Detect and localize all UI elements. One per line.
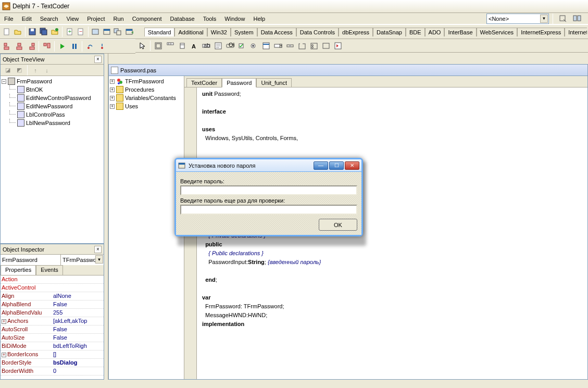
palette-tab-win32[interactable]: Win32 bbox=[207, 28, 231, 36]
align-top-icon[interactable] bbox=[41, 41, 53, 53]
menu-tools[interactable]: Tools bbox=[199, 14, 221, 23]
inspector-prop-row[interactable]: AlignalNone bbox=[1, 292, 104, 301]
tree-item[interactable]: EditNewControlPassword bbox=[2, 94, 103, 102]
dialog-titlebar[interactable]: Установка нового пароля — ☐ ✕ bbox=[176, 159, 361, 172]
tree-item[interactable]: LblControlPass bbox=[2, 110, 103, 119]
radiobutton-icon[interactable] bbox=[248, 40, 260, 52]
actionlist-icon[interactable] bbox=[332, 40, 344, 52]
align-center-icon[interactable] bbox=[13, 41, 25, 53]
menu-search[interactable]: Search bbox=[36, 14, 62, 23]
step-over-icon[interactable] bbox=[84, 41, 96, 53]
tool-icon-2[interactable] bbox=[571, 12, 583, 24]
inspector-object-combo[interactable]: FrmPassword bbox=[1, 255, 61, 265]
palette-tab-webservices[interactable]: WebServices bbox=[477, 28, 518, 36]
inspector-prop-row[interactable]: ActiveControl bbox=[1, 284, 104, 292]
tree-tool-1[interactable]: ◪ bbox=[3, 65, 13, 76]
listbox-icon[interactable] bbox=[260, 40, 272, 52]
minimize-button[interactable]: — bbox=[314, 161, 328, 170]
inspector-prop-row[interactable]: BorderWidth0 bbox=[1, 367, 104, 376]
palette-tab-datasnap[interactable]: DataSnap bbox=[373, 28, 406, 36]
tree-root[interactable]: − FrmPassword bbox=[2, 77, 103, 85]
inspector-grid[interactable]: ActionActiveControlAlignalNoneAlphaBlend… bbox=[1, 276, 104, 379]
inspector-prop-row[interactable]: AlphaBlendFalse bbox=[1, 301, 104, 309]
palette-tab-interbase[interactable]: InterBase bbox=[444, 28, 476, 36]
object-tree[interactable]: − FrmPassword BtnOK EditNewControlPasswo… bbox=[1, 76, 104, 243]
struct-node[interactable]: +Uses bbox=[110, 102, 183, 110]
palette-tab-ado[interactable]: ADO bbox=[425, 28, 445, 36]
open-icon[interactable] bbox=[12, 26, 23, 38]
inspector-prop-row[interactable]: +Anchors[akLeft,akTop bbox=[1, 317, 104, 326]
inspector-prop-row[interactable]: AlphaBlendValu255 bbox=[1, 309, 104, 317]
editor-titlebar[interactable]: Password.pas bbox=[109, 65, 587, 76]
memo-icon[interactable] bbox=[212, 40, 224, 52]
menu-project[interactable]: Project bbox=[83, 14, 109, 23]
expand-icon[interactable]: + bbox=[110, 87, 115, 92]
menu-view[interactable]: View bbox=[62, 14, 83, 23]
add-file-icon[interactable]: + bbox=[64, 26, 75, 38]
tree-up-icon[interactable]: ↑ bbox=[30, 65, 41, 76]
inspector-prop-row[interactable]: Action bbox=[1, 276, 104, 284]
expand-icon[interactable]: + bbox=[110, 96, 115, 101]
pause-icon[interactable] bbox=[68, 41, 80, 53]
view-form-icon[interactable] bbox=[101, 26, 112, 38]
menu-edit[interactable]: Edit bbox=[18, 14, 36, 23]
palette-tab-system[interactable]: System bbox=[231, 28, 257, 36]
expand-icon[interactable]: + bbox=[110, 104, 115, 109]
toggle-form-icon[interactable] bbox=[112, 26, 123, 38]
maximize-button[interactable]: ☐ bbox=[329, 161, 344, 170]
tree-tool-2[interactable]: ◩ bbox=[14, 65, 24, 76]
close-button[interactable]: ✕ bbox=[345, 161, 359, 170]
tool-icon-1[interactable] bbox=[557, 12, 569, 24]
menu-database[interactable]: Database bbox=[166, 14, 199, 23]
chevron-down-icon[interactable]: ▼ bbox=[95, 255, 103, 264]
inspector-type-combo[interactable]: TFrmPassword ▼ bbox=[61, 255, 104, 265]
inspector-prop-row[interactable]: AutoSizeFalse bbox=[1, 334, 104, 342]
combobox-icon[interactable] bbox=[272, 40, 284, 52]
menu-run[interactable]: Run bbox=[109, 14, 128, 23]
run-icon[interactable] bbox=[56, 41, 68, 53]
tree-down-icon[interactable]: ↓ bbox=[42, 65, 52, 76]
frames-icon[interactable] bbox=[152, 40, 164, 52]
label-icon[interactable]: A bbox=[188, 40, 200, 52]
menu-help[interactable]: Help bbox=[249, 14, 269, 23]
palette-tab-standard[interactable]: Standard bbox=[144, 28, 175, 36]
cursor-icon[interactable] bbox=[136, 40, 148, 52]
palette-tab-dataaccess[interactable]: Data Access bbox=[257, 28, 296, 36]
struct-node[interactable]: +Variables/Constants bbox=[110, 94, 183, 102]
menu-window[interactable]: Window bbox=[220, 14, 249, 23]
ok-button[interactable]: OK bbox=[319, 219, 357, 231]
struct-node[interactable]: +TFrmPassword bbox=[110, 77, 183, 85]
struct-node[interactable]: +Procedures bbox=[110, 85, 183, 94]
editor-tab-password[interactable]: Password bbox=[222, 78, 256, 87]
radiogroup-icon[interactable] bbox=[308, 40, 320, 52]
panel-icon[interactable] bbox=[320, 40, 332, 52]
button-icon[interactable]: OK bbox=[224, 40, 236, 52]
palette-tab-internetexpress[interactable]: InternetExpress bbox=[517, 28, 565, 36]
palette-tab-additional[interactable]: Additional bbox=[174, 28, 207, 36]
align-right-icon[interactable] bbox=[25, 41, 37, 53]
checkbox-icon[interactable] bbox=[236, 40, 248, 52]
expand-icon[interactable]: + bbox=[2, 353, 6, 357]
menu-file[interactable]: File bbox=[0, 14, 18, 23]
config-combo[interactable]: <None> ▼ bbox=[486, 14, 549, 24]
expand-icon[interactable]: + bbox=[2, 319, 6, 324]
confirm-password-input[interactable] bbox=[180, 205, 357, 215]
editor-tab-unitfunct[interactable]: Unit_funct bbox=[256, 78, 292, 87]
tab-properties[interactable]: Properties bbox=[1, 265, 36, 275]
menu-component[interactable]: Component bbox=[128, 14, 166, 23]
close-icon[interactable]: × bbox=[94, 246, 102, 253]
edit-icon[interactable]: ab| bbox=[200, 40, 212, 52]
scrollbar-icon[interactable] bbox=[284, 40, 296, 52]
palette-tab-internet[interactable]: Internet bbox=[565, 28, 587, 36]
close-icon[interactable]: × bbox=[94, 56, 102, 63]
chevron-down-icon[interactable]: ▼ bbox=[540, 15, 548, 23]
open-project-icon[interactable] bbox=[49, 26, 60, 38]
inspector-prop-row[interactable]: +BorderIcons[] bbox=[1, 351, 104, 359]
align-left-icon[interactable] bbox=[1, 41, 13, 53]
step-into-icon[interactable] bbox=[96, 41, 108, 53]
mainmenu-icon[interactable] bbox=[164, 40, 176, 52]
new-item-icon[interactable] bbox=[1, 26, 12, 38]
popupmenu-icon[interactable] bbox=[176, 40, 188, 52]
tree-item[interactable]: EditNewPassword bbox=[2, 102, 103, 110]
code-structure-tree[interactable]: +TFrmPassword +Procedures +Variables/Con… bbox=[109, 76, 184, 379]
